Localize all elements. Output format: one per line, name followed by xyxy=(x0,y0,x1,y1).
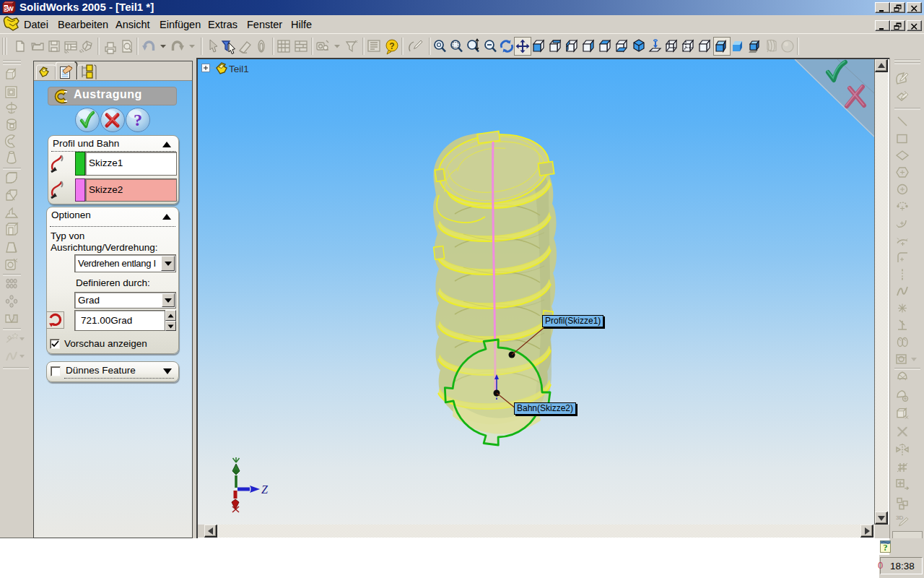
svg-text:W: W xyxy=(7,5,14,12)
svg-text:Z: Z xyxy=(261,483,269,496)
svg-text:?: ? xyxy=(134,111,142,129)
svg-text:?: ? xyxy=(389,41,394,51)
svg-text:?: ? xyxy=(884,543,888,553)
svg-text:Teil1: Teil1 xyxy=(229,64,249,74)
svg-text:3D: 3D xyxy=(896,514,903,521)
